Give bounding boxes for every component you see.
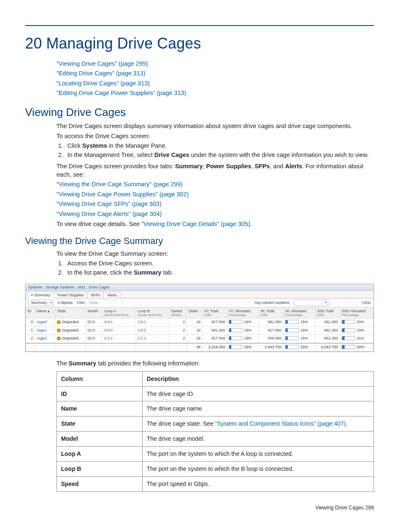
totals-nla-label: 15% xyxy=(300,345,308,349)
col-ssdalloc-label: SSD Allocated xyxy=(342,309,366,313)
access-steps: Click Systems in the Manager Pane. In th… xyxy=(56,142,374,159)
caption-pre: The xyxy=(56,360,69,367)
toolbar-anycol-input[interactable] xyxy=(294,300,328,306)
page-footer: Viewing Drive Cages 299 xyxy=(25,504,374,511)
col-id[interactable]: ID xyxy=(26,308,35,319)
section-viewing-drive-cages: Viewing Drive Cages xyxy=(25,105,374,120)
col-disks[interactable]: Disks xyxy=(187,308,202,319)
totals-sst: 2,043.750 xyxy=(315,343,340,352)
col-ssdalloc[interactable]: SSD AllocatedPercentage xyxy=(340,308,373,319)
shot-breadcrumb: Systems : Storage Systems : s021 : Drive… xyxy=(26,284,373,290)
toolbar-clear[interactable]: Clear xyxy=(90,301,99,305)
col-fcalloc[interactable]: FC AllocatedPercentage xyxy=(227,308,259,319)
table-row[interactable]: 0cage0DegradedDC20:0:11:0:1216817.50016%… xyxy=(26,319,373,327)
totals-ssa-label: 20% xyxy=(357,345,364,349)
link-view-details[interactable]: "Viewing Drive Cage Details" (page 305) xyxy=(141,221,250,227)
link-view-summary[interactable]: "Viewing the Drive Cage Summary" (page 2… xyxy=(56,181,183,188)
section-viewing-summary: Viewing the Drive Cage Summary xyxy=(25,235,374,247)
desc-text: The port on the system to which the B lo… xyxy=(142,462,373,477)
desc-col: ID xyxy=(57,386,143,401)
table-row[interactable]: 2cage2DegradedDC20:1:11:1:1216817.50015%… xyxy=(26,335,373,343)
desc-th-description: Description xyxy=(142,371,373,386)
totals-fca: 15% xyxy=(227,343,259,352)
col-nlalloc[interactable]: NL AllocatedPercentage xyxy=(284,308,315,319)
col-loopb-sub: (Node:Slot:Port) xyxy=(138,313,167,317)
desc-link[interactable]: "System and Component Status Icons" (pag… xyxy=(215,420,346,427)
step1-bold: Systems xyxy=(82,142,107,149)
step2-bold: Drive Cages xyxy=(154,152,189,158)
desc-col: Loop B xyxy=(57,462,143,477)
totals-nlt: 2,043.750 xyxy=(259,343,284,352)
toolbar-anycol-label: Any column contains: xyxy=(254,301,290,305)
link-editing-power-supplies[interactable]: "Editing Drive Cage Power Supplies" (pag… xyxy=(56,90,186,96)
desc-text: The drive cage ID. xyxy=(142,386,373,401)
caption-post: tab provides the following information: xyxy=(96,360,200,367)
col-fctotal-label: FC Total xyxy=(204,309,218,313)
col-model[interactable]: Model xyxy=(86,308,102,319)
desc-text: The drive cage name. xyxy=(142,401,373,416)
detail-pre: To view drive cage details. See xyxy=(56,221,141,227)
col-fctotal-sub: (GB) xyxy=(204,313,225,317)
col-nlalloc-label: NL Allocated xyxy=(285,309,306,313)
tab-power-supplies[interactable]: Power Supplies xyxy=(54,292,87,298)
link-viewing-drive-cages[interactable]: "Viewing Drive Cages" (page 299) xyxy=(56,60,148,67)
tabs-pre: The Drive Cages screen provides four tab… xyxy=(56,163,175,170)
intro-paragraph: The Drive Cages screen displays summary … xyxy=(56,122,374,131)
step-2: In the Management Tree, select Drive Cag… xyxy=(65,151,374,159)
chapter-number: 20 xyxy=(25,35,42,52)
desc-text: The port speed in Gbps. xyxy=(142,476,373,491)
col-fcalloc-sub: Percentage xyxy=(229,313,257,317)
link-locating-drive-cages[interactable]: "Locating Drive Cages" (page 313) xyxy=(56,80,150,87)
col-loopa-sub: (Node:Slot:Port) xyxy=(104,313,134,317)
tabs-b2: Power Supplies xyxy=(206,163,251,170)
tab-sfps[interactable]: SFPs xyxy=(87,292,104,298)
totals-fct: 2,316.250 xyxy=(202,343,227,352)
step1-post: in the Manager Pane. xyxy=(107,142,167,149)
table-row: StateThe drive cage state. See "System a… xyxy=(57,416,374,432)
col-speed[interactable]: Speed(Gbps) xyxy=(169,308,187,319)
desc-th-column: Column xyxy=(57,371,143,386)
table-row: Loop BThe port on the system to which th… xyxy=(57,462,374,477)
totals-disks: 48 xyxy=(187,343,202,352)
tabs-b3: SFPs xyxy=(255,163,270,170)
step-1: Click Systems in the Manager Pane. xyxy=(65,142,374,150)
table-row: Loop AThe port on the system to which th… xyxy=(57,447,374,462)
desc-col: State xyxy=(57,416,143,432)
tabs-b1: Summary xyxy=(175,163,203,170)
col-ssdtotal[interactable]: SSD Total(GB) xyxy=(315,308,340,319)
totals-ssa: 20% xyxy=(340,343,373,352)
tabs-paragraph: The Drive Cages screen provides four tab… xyxy=(56,162,374,179)
chapter-heading: 20Managing Drive Cages xyxy=(25,33,374,54)
toolbar-clear2[interactable]: Clear xyxy=(362,301,371,305)
col-loopa-label: Loop A xyxy=(104,309,116,313)
col-name[interactable]: Name ▴ xyxy=(35,308,55,319)
col-speed-sub: (Gbps) xyxy=(171,313,185,317)
link-view-power[interactable]: "Viewing Drive Cage Power Supplies" (pag… xyxy=(56,191,189,198)
grid-totals-row: 48 2,316.250 15% 2,043.750 15% 2,043.750… xyxy=(26,343,373,352)
col-nltotal[interactable]: NL Total(GB) xyxy=(259,308,284,319)
desc-col: Loop A xyxy=(57,447,143,462)
shot-toolbar: Summary 3 objects Filter Clear Any colum… xyxy=(26,298,373,307)
col-ssdtotal-label: SSD Total xyxy=(317,309,334,313)
col-fctotal[interactable]: FC Total(GB) xyxy=(202,308,227,319)
tab-alerts[interactable]: Alerts xyxy=(103,292,120,298)
col-loopb-label: Loop B xyxy=(138,309,150,313)
toolbar-object-count: 3 objects xyxy=(58,301,73,305)
grid-header-row: ID Name ▴ State Model Loop A(Node:Slot:P… xyxy=(26,308,373,319)
link-view-alerts[interactable]: "Viewing Drive Cage Alerts" (page 304) xyxy=(56,211,162,217)
tab-summary[interactable]: Summary xyxy=(27,292,54,298)
col-loopa[interactable]: Loop A(Node:Slot:Port) xyxy=(102,308,136,319)
link-view-sfps[interactable]: "Viewing Drive Cage SFPs" (page 303) xyxy=(56,200,161,207)
desc-text: The port on the system to which the A lo… xyxy=(142,447,373,462)
col-fcalloc-label: FC Allocated xyxy=(229,309,250,313)
totals-nla: 15% xyxy=(284,343,315,352)
toolbar-context-drop[interactable]: Summary xyxy=(28,300,54,306)
link-editing-drive-cages[interactable]: "Editing Drive Cages" (page 313) xyxy=(56,70,146,77)
col-loopb[interactable]: Loop B(Node:Slot:Port) xyxy=(136,308,169,319)
col-state[interactable]: State xyxy=(55,308,86,319)
table-row: IDThe drive cage ID. xyxy=(57,386,374,401)
table-row[interactable]: 1cage1DegradedDC20:0:21:0:2216681.25015%… xyxy=(26,326,373,335)
toolbar-filter[interactable]: Filter xyxy=(77,301,85,305)
tabs-sep: , and xyxy=(270,163,285,170)
screenshot-drive-cages: Systems : Storage Systems : s021 : Drive… xyxy=(25,284,374,352)
